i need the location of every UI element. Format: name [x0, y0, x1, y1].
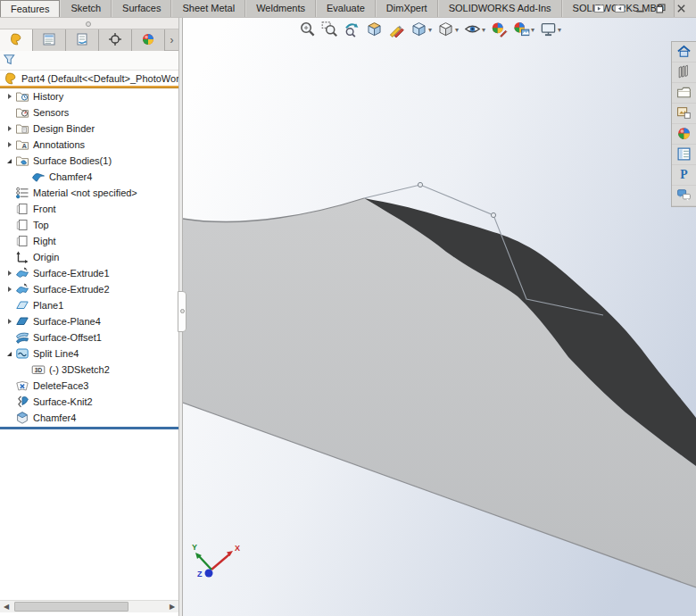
previous-view-icon — [344, 21, 360, 39]
scrollbar-track[interactable] — [12, 601, 166, 613]
expand-arrow-icon[interactable] — [4, 271, 15, 276]
zoom-to-fit[interactable]: ▾ — [297, 20, 318, 40]
ribbon-tabbar: Features Sketch Surfaces Sheet Metal Wel… — [0, 0, 696, 18]
tree-item[interactable]: Right — [0, 233, 178, 249]
tree-item[interactable]: Sensors — [0, 104, 178, 121]
pane-right[interactable] — [613, 3, 626, 15]
hide-show-icon — [464, 21, 481, 39]
tree-item[interactable]: Chamfer4 — [0, 410, 178, 426]
display-style[interactable]: ▾ — [435, 20, 460, 40]
triad-y-label: Y — [192, 543, 197, 552]
folder-history-icon — [15, 89, 29, 104]
commandmanager-collapse-strip[interactable] — [0, 18, 178, 29]
tree-item[interactable]: A Annotations — [0, 137, 178, 153]
ribbon-tab[interactable]: Weldments — [245, 0, 316, 17]
displaymanager-tab[interactable] — [132, 29, 165, 51]
tree-item[interactable]: Surface Bodies(1) — [0, 153, 178, 169]
solidworks-forum[interactable]: P — [672, 165, 696, 186]
pane-left[interactable] — [592, 3, 605, 15]
expand-arrow-icon[interactable] — [4, 142, 15, 147]
zoom-to-area[interactable]: ▾ — [319, 20, 340, 40]
design-library[interactable] — [672, 62, 696, 83]
plane-ref-icon — [15, 202, 29, 216]
ribbon-tab[interactable]: SOLIDWORKS Add-Ins — [438, 0, 562, 17]
appearances-scenes[interactable] — [672, 124, 696, 145]
heads-up-toolbar: ▾ ▾ ▾ ▾ ▾ ▾ — [297, 20, 563, 39]
panel-horizontal-scrollbar[interactable]: ◀ ▶ — [0, 600, 178, 612]
hide-show-items[interactable]: ▾ — [462, 20, 487, 40]
ribbon-tab[interactable]: Surfaces — [112, 0, 171, 17]
scrollbar-thumb[interactable] — [14, 602, 128, 612]
graphics-viewport[interactable]: X Y Z ▾ ▾ ▾ ▾ — [183, 18, 696, 616]
plane-ref-icon — [15, 234, 29, 248]
configurationmanager-tab[interactable] — [66, 29, 99, 51]
surface-offset-icon — [15, 330, 29, 345]
tree-item[interactable]: Front — [0, 201, 178, 217]
section-view[interactable]: ▾ — [364, 20, 385, 40]
tree-item[interactable]: Surface-Extrude1 — [0, 265, 178, 281]
restore[interactable] — [654, 3, 667, 15]
scroll-left-icon[interactable]: ◀ — [0, 601, 12, 613]
expand-arrow-icon[interactable] — [4, 94, 15, 99]
tree-item[interactable]: Design Binder — [0, 121, 178, 137]
sketch-3d-icon: 3D — [31, 362, 46, 377]
file-explorer[interactable] — [672, 83, 696, 104]
edit-appearance[interactable]: ▾ — [489, 20, 510, 40]
solidworks-resources[interactable] — [672, 42, 696, 62]
close[interactable] — [675, 3, 687, 15]
ribbon-tab[interactable]: Sheet Metal — [171, 0, 245, 17]
previous-view[interactable]: ▾ — [342, 20, 362, 40]
tree-item[interactable]: Surface-Knit2 — [0, 394, 178, 410]
expand-arrow-icon[interactable] — [4, 319, 15, 324]
scroll-right-icon[interactable]: ▶ — [166, 601, 178, 613]
sketch-vertex[interactable] — [418, 182, 422, 187]
tree-item[interactable]: Surface-Plane4 — [0, 313, 178, 329]
ribbon-tab[interactable]: Evaluate — [316, 0, 376, 17]
sketch-vertex[interactable] — [491, 212, 495, 217]
tree-item[interactable]: Split Line4 — [0, 345, 178, 362]
tree-item[interactable]: 3D (-) 3DSketch2 — [0, 362, 178, 378]
tree-item[interactable]: Plane1 — [0, 297, 178, 313]
ribbon-tab[interactable]: DimXpert — [376, 0, 438, 17]
tree-item[interactable]: History — [0, 88, 178, 104]
delete-face-icon — [15, 379, 29, 393]
expand-arrow-icon[interactable] — [4, 352, 15, 356]
tree-item[interactable]: Top — [0, 217, 178, 233]
solidworks-window: Features Sketch Surfaces Sheet Metal Wel… — [0, 0, 696, 616]
filter-funnel-icon[interactable] — [3, 53, 16, 68]
tree-item[interactable]: Surface-Extrude2 — [0, 281, 178, 297]
minimize[interactable] — [634, 3, 646, 15]
tree-item[interactable]: Material <not specified> — [0, 185, 178, 201]
apply-scene[interactable]: ▾ — [511, 20, 536, 40]
ribbon-tab[interactable]: Sketch — [60, 0, 112, 17]
panel-collapse-handle[interactable] — [178, 291, 186, 332]
folder-surface-icon — [15, 154, 29, 168]
propertymanager-tab[interactable] — [33, 29, 66, 51]
dimxpertmanager-tab[interactable] — [99, 29, 132, 51]
featuremanager-tab[interactable] — [0, 29, 33, 51]
pane-right-icon — [614, 3, 626, 16]
rollback-bar[interactable] — [0, 427, 178, 429]
manager-tab-overflow[interactable]: › — [165, 29, 178, 50]
apply-scene-icon — [513, 21, 530, 39]
expand-arrow-icon[interactable] — [4, 126, 15, 131]
expand-arrow-icon[interactable] — [4, 159, 15, 163]
tree-item[interactable]: Surface-Offset1 — [0, 329, 178, 345]
plane-icon — [15, 298, 29, 312]
ribbon-tab[interactable]: Features — [0, 0, 60, 17]
expand-arrow-icon[interactable] — [4, 287, 15, 292]
dynamic-annotation-views[interactable]: ▾ — [386, 20, 407, 40]
tree-root-item[interactable]: Part4 (Default<<Default>_PhotoWorks D — [0, 71, 178, 86]
tree-item[interactable]: DeleteFace3 — [0, 378, 178, 394]
view-orientation[interactable]: ▾ — [409, 20, 434, 40]
restore-icon — [655, 3, 667, 16]
tree-item[interactable]: Origin — [0, 249, 178, 265]
triad-x-label: X — [235, 544, 240, 553]
surface-plane-icon — [15, 314, 29, 329]
view-palette[interactable] — [672, 104, 696, 124]
custom-properties[interactable] — [672, 145, 696, 165]
part-icon — [4, 71, 18, 86]
comments[interactable] — [672, 186, 696, 206]
tree-item[interactable]: Chamfer4 — [0, 169, 178, 185]
view-settings[interactable]: ▾ — [538, 20, 563, 40]
